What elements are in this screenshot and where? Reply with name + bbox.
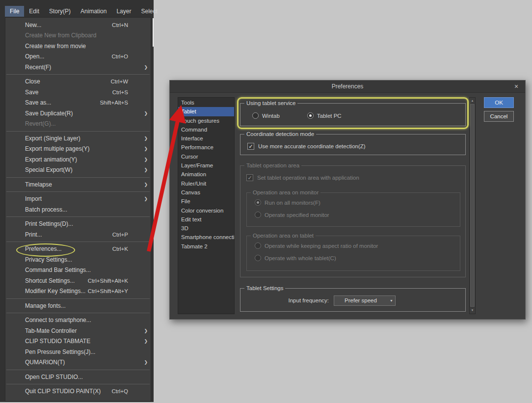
category-label: Tabmate 2	[181, 243, 208, 249]
menu-item[interactable]: Export (Single Layer) ❯	[5, 133, 151, 144]
close-icon[interactable]: ×	[511, 81, 521, 93]
menu-separator	[6, 131, 150, 132]
scroll-down-button[interactable]: ▼	[470, 307, 475, 314]
category-item[interactable]: Smartphone connection	[178, 233, 234, 242]
input-frequency-dropdown[interactable]: Prefer speed ▼	[334, 296, 396, 306]
check-icon: ✓	[247, 175, 253, 181]
submenu-arrow-icon: ❯	[141, 146, 148, 151]
menu-item[interactable]: Open CLIP STUDIO... ❯	[5, 372, 151, 382]
checkbox-icon: ✓	[247, 143, 254, 150]
submenu-arrow-icon: ❯	[141, 65, 148, 70]
menu-item-label: Revert(G)...	[25, 120, 128, 127]
category-item[interactable]: Interface	[178, 134, 234, 143]
menu-item[interactable]: New... Ctrl+N ❯	[5, 20, 151, 30]
menu-item[interactable]: Revert(G)... ❯	[5, 119, 151, 130]
menu-item-label: Connect to smartphone...	[25, 317, 128, 323]
menu-item[interactable]: Command Bar Settings... ❯	[5, 265, 151, 276]
menu-separator	[6, 298, 150, 299]
menu-item-label: Command Bar Settings...	[25, 267, 128, 273]
scrollbar[interactable]: ▲ ▼	[469, 97, 476, 314]
menu-separator	[6, 370, 150, 370]
radio-option[interactable]: Wintab	[252, 111, 280, 120]
menu-item[interactable]: Timelapse ❯	[5, 179, 151, 190]
category-item[interactable]: Touch gestures	[178, 116, 234, 125]
cancel-button[interactable]: Cancel	[484, 111, 514, 122]
menu-item[interactable]: Tab-Mate Controller ❯	[5, 325, 151, 336]
menu-item[interactable]: Save as... Shift+Alt+S ❯	[5, 98, 151, 108]
menubar-item-label: Select	[141, 8, 157, 15]
dialog-titlebar[interactable]: Preferences ×	[170, 81, 525, 93]
menu-item-label: Export animation(Y)	[25, 156, 128, 163]
menubar-item[interactable]: Animation	[76, 6, 111, 17]
menu-item[interactable]: Export animation(Y) ❯	[5, 154, 151, 165]
menu-item[interactable]: Pen Pressure Settings(J)... ❯	[5, 347, 151, 357]
menu-item-label: Shortcut Settings...	[25, 277, 88, 284]
menu-item[interactable]: Manage fonts... ❯	[5, 300, 151, 311]
category-item[interactable]: Color conversion	[178, 206, 234, 215]
menu-item[interactable]: Recent(F) ❯	[5, 62, 151, 73]
category-item[interactable]: Edit text	[178, 215, 234, 224]
menu-item[interactable]: Modifier Key Settings... Ctrl+Shift+Alt+…	[5, 286, 151, 297]
menu-item[interactable]: Open... Ctrl+O ❯	[5, 52, 151, 62]
category-item[interactable]: Ruler/Unit	[178, 179, 234, 188]
menu-item-label: Quit CLIP STUDIO PAINT(X)	[25, 388, 111, 395]
category-item[interactable]: File	[178, 197, 234, 206]
menu-item[interactable]: Save Ctrl+S ❯	[5, 87, 151, 98]
group-tablet-settings: Tablet Settings Input frequency: Prefer …	[240, 288, 466, 312]
menu-item[interactable]: Print... Ctrl+P ❯	[5, 229, 151, 240]
menu-item[interactable]: Export multiple pages(Y) ❯	[5, 144, 151, 155]
category-item[interactable]: Tablet	[178, 107, 234, 116]
radio-option: Operate specified monitor	[255, 210, 329, 219]
checkbox-accurate-coordinate[interactable]: ✓ Use more accurate coordinate detection…	[247, 143, 366, 150]
menu-item[interactable]: Quit CLIP STUDIO PAINT(X) Ctrl+Q ❯	[5, 386, 151, 397]
ok-button[interactable]: OK	[484, 97, 514, 108]
menubar-item-label: Layer	[116, 8, 131, 15]
menu-item[interactable]: Print Settings(D)... ❯	[5, 219, 151, 230]
radio-icon	[255, 199, 261, 206]
radio-label: Wintab	[262, 113, 280, 119]
radio-option: Operate while keeping aspect ratio of mo…	[255, 241, 378, 250]
menubar-item[interactable]: Edit	[24, 6, 44, 17]
category-item[interactable]: Canvas	[178, 188, 234, 197]
group-title: Operation area on monitor	[251, 189, 320, 196]
category-item[interactable]: Command	[178, 125, 234, 134]
menubar-item[interactable]: Layer	[111, 6, 136, 17]
menu-item[interactable]: QUMARION(T) ❯	[5, 357, 151, 368]
menubar-item-label: File	[10, 8, 19, 15]
category-item[interactable]: Performance	[178, 143, 234, 152]
group-title: Coordinate detection mode	[244, 131, 316, 137]
menu-item[interactable]: Privacy Settings... ❯	[5, 254, 151, 265]
menubar-item[interactable]: File	[5, 6, 24, 17]
menu-item[interactable]: Preferences... Ctrl+K ❯	[5, 244, 151, 255]
checkbox-operation-area-with-application: ✓ Set tablet operation area with applica…	[246, 174, 359, 181]
category-item[interactable]: Layer/Frame	[178, 161, 234, 170]
menu-item-label: Timelapse	[25, 181, 128, 188]
menubar-item[interactable]: Story(P)	[44, 6, 76, 17]
menu-item[interactable]: Special Export(W) ❯	[5, 165, 151, 176]
radio-label: Operate while keeping aspect ratio of mo…	[265, 243, 378, 249]
menu-item[interactable]: Create new from movie ❯	[5, 41, 151, 52]
input-frequency-label: Input frequency:	[240, 297, 329, 303]
scrollbar-thumb[interactable]	[470, 104, 475, 307]
preferences-dialog: Preferences × Tools Tablet Touch gesture…	[169, 80, 526, 320]
radio-option[interactable]: Tablet PC	[307, 111, 342, 120]
dialog-title: Preferences	[170, 81, 525, 93]
menubar-item[interactable]: Select	[136, 6, 162, 17]
category-item[interactable]: Tools	[178, 98, 234, 107]
menu-item[interactable]: Import ❯	[5, 194, 151, 205]
category-item[interactable]: Tabmate 2	[178, 242, 234, 251]
category-item[interactable]: 3D	[178, 224, 234, 233]
category-item[interactable]: Animation	[178, 170, 234, 179]
submenu-arrow-icon: ❯	[141, 196, 148, 201]
scroll-up-button[interactable]: ▲	[470, 98, 475, 104]
menu-item[interactable]: CLIP STUDIO TABMATE ❯	[5, 336, 151, 347]
category-item[interactable]: Cursor	[178, 152, 234, 161]
menu-item[interactable]: Shortcut Settings... Ctrl+Shift+Alt+K ❯	[5, 275, 151, 286]
menu-item[interactable]: Create New from Clipboard ❯	[5, 30, 151, 41]
menu-item[interactable]: Connect to smartphone... ❯	[5, 315, 151, 326]
menu-item[interactable]: Batch process... ❯	[5, 204, 151, 215]
menu-separator	[6, 191, 150, 192]
menu-item[interactable]: Save Duplicate(R) ❯	[5, 108, 151, 119]
menubar-item-label: Animation	[80, 8, 106, 15]
menu-item[interactable]: Close Ctrl+W ❯	[5, 77, 151, 87]
